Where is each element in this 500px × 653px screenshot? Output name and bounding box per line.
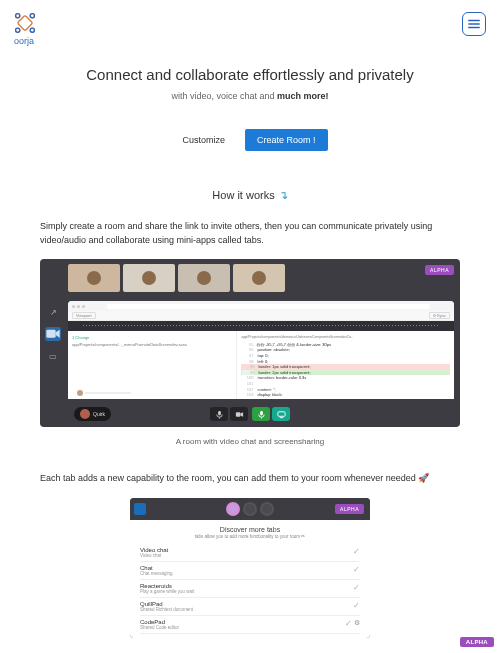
svg-rect-12 (46, 330, 55, 338)
avatar (243, 502, 257, 516)
logo-block[interactable]: oorja (14, 12, 36, 46)
check-icon: ✓ (353, 547, 360, 556)
tab-list-item: Video chatVideo chat✓ (140, 544, 360, 562)
video-tile (178, 264, 230, 292)
screenshot-room: ALPHA ↗ ▭ Viewport⟳ Sync 1 Change app/Pr… (40, 259, 460, 427)
rocket-icon: 🚀 (418, 473, 429, 483)
check-icon: ✓ (353, 601, 360, 610)
avatar (260, 502, 274, 516)
screenshot-tabs: ALPHA Discover more tabs tabs allow you … (130, 498, 370, 638)
tab-list-item: QuillPadShared Richtext document✓ (140, 598, 360, 616)
gear-icon: ⚙ (354, 619, 360, 627)
check-icon: ✓ (353, 565, 360, 574)
screenshot-caption-1: A room with video chat and screensharing (40, 437, 460, 446)
menu-button[interactable] (462, 12, 486, 36)
tab-list-item: Blank SlateFor developers: A blank slate… (140, 634, 360, 638)
video-tile (68, 264, 120, 292)
check-icon: ✓ (345, 619, 352, 628)
alpha-floating-badge[interactable]: ALPHA (460, 637, 494, 647)
mic-icon (210, 407, 228, 421)
create-room-button[interactable]: Create Room ! (245, 129, 328, 151)
mic-on-icon (252, 407, 270, 421)
check-icon: ✓ (353, 583, 360, 592)
display-icon: ▭ (45, 349, 61, 363)
brand-text: oorja (14, 36, 34, 46)
how-it-works-heading: How it works↴ (40, 189, 460, 202)
arrow-down-icon: ↴ (279, 189, 288, 201)
logo-icon (14, 12, 36, 34)
check-icon: ✓ (353, 637, 360, 638)
hamburger-icon (467, 18, 481, 30)
tab-list-item: CodePadShared Code editor✓⚙ (140, 616, 360, 634)
alpha-badge: ALPHA (425, 265, 454, 275)
tab-list-item: ReacteroidsPlay a game while you wait✓ (140, 580, 360, 598)
screen-icon (272, 407, 290, 421)
customize-button[interactable]: Customize (172, 129, 235, 151)
tabs-paragraph: Each tab adds a new capability to the ro… (40, 472, 460, 486)
svg-rect-15 (260, 410, 263, 415)
share-icon: ↗ (45, 305, 61, 319)
camera-icon (45, 327, 61, 341)
svg-rect-14 (235, 412, 240, 417)
cam-icon (230, 407, 248, 421)
intro-paragraph: Simply create a room and share the link … (40, 220, 460, 247)
avatar (226, 502, 240, 516)
svg-rect-13 (218, 410, 221, 415)
alpha-badge: ALPHA (335, 504, 364, 514)
tabs-menu-icon (134, 503, 146, 515)
video-tile (123, 264, 175, 292)
chat-preview (74, 387, 134, 399)
hero-title: Connect and collaborate effortlessly and… (24, 66, 476, 83)
tab-list-item: ChatChat messaging✓ (140, 562, 360, 580)
hero-subtitle: with video, voice chat and much more! (24, 91, 476, 101)
svg-rect-16 (277, 411, 284, 416)
video-tile (233, 264, 285, 292)
tabs-modal-subtitle: tabs allow you to add more functionality… (140, 534, 360, 539)
tabs-modal-title: Discover more tabs (140, 526, 360, 533)
